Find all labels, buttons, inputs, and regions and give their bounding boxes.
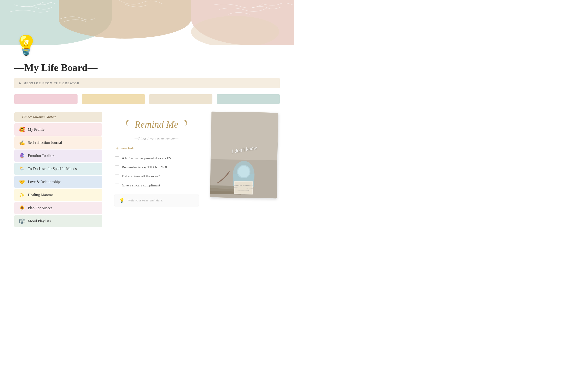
sidebar-item-plan-success[interactable]: 🌻 Plan For Succes [14,202,102,214]
guides-sidebar: —Guides towards Growth— 🥰 My Profile ✍️ … [14,112,102,228]
guides-header: —Guides towards Growth— [14,112,102,122]
sidebar-item-love-relationships[interactable]: 🤝 Love & Relationships [14,176,102,188]
remind-section: Remind Me —things I want to remember— ＋ … [109,112,204,209]
photo-interior: THE EAST ASIATIC COMPANY LTD. REFRESHMEN… [210,112,278,198]
sidebar-item-healing-mantras[interactable]: ✨ Healing Mantras [14,189,102,201]
logo-bulb-icon: 💡 [14,36,280,55]
checkbox-3[interactable] [115,175,119,178]
checklist-text-4: Give a sincere compliment [122,183,160,187]
logo-area: 💡 [0,36,294,55]
svg-rect-7 [210,186,234,189]
checklist-item-3: Did you turn off the oven? [114,172,199,181]
message-banner[interactable]: ▶ MESSAGE FROM THE CREATOR [14,78,280,88]
new-task-plus-icon: ＋ [115,145,119,151]
nav-icon-healing-mantras: ✨ [19,192,25,198]
message-banner-text: MESSAGE FROM THE CREATOR [24,82,80,85]
checkbox-2[interactable] [115,165,119,169]
color-bar-cream [149,94,212,104]
main-content: —My Life Board— ▶ MESSAGE FROM THE CREAT… [0,62,294,228]
sidebar-item-self-reflection[interactable]: ✍️ Self-reflection Journal [14,137,102,149]
checklist-item-2: Remember to say THANK YOU [114,163,199,172]
nav-label-mood-playlists: Mood Playlists [28,219,51,223]
checklist-text-2: Remember to say THANK YOU [122,165,169,169]
sidebar-item-todo-moods[interactable]: 🌦️ To-Do-Lists for Specific Moods [14,163,102,175]
nav-icon-plan-success: 🌻 [19,205,25,211]
nav-icon-my-profile: 🥰 [19,127,25,132]
staircase-scene: THE EAST ASIATIC COMPANY LTD. REFRESHMEN… [210,112,278,198]
checkbox-4[interactable] [115,184,119,187]
sidebar-item-my-profile[interactable]: 🥰 My Profile [14,123,102,136]
nav-label-my-profile: My Profile [28,127,44,132]
svg-text:Remind Me: Remind Me [134,119,178,130]
remind-title-svg: Remind Me [121,114,192,134]
reminder-footer-icon: 💡 [119,198,124,203]
new-task-label: new task [121,146,134,150]
lower-section: —Guides towards Growth— 🥰 My Profile ✍️ … [14,112,280,228]
nav-icon-todo-moods: 🌦️ [19,166,25,172]
nav-icon-self-reflection: ✍️ [19,140,25,146]
checklist-text-3: Did you turn off the oven? [122,174,159,178]
nav-label-plan-success: Plan For Succes [28,206,52,210]
nav-label-emotion-toolbox: Emotion Toolbox [28,153,54,158]
nav-label-self-reflection: Self-reflection Journal [28,141,62,145]
page-title: —My Life Board— [14,62,280,73]
color-bar-teal [217,94,280,104]
checklist-item-1: A NO is just as powerful as a YES [114,154,199,163]
reminder-footer: 💡 Write your own reminders. [114,194,199,207]
photo-frame: THE EAST ASIATIC COMPANY LTD. REFRESHMEN… [210,112,278,198]
new-task-row[interactable]: ＋ new task [114,142,199,154]
photo-area: THE EAST ASIATIC COMPANY LTD. REFRESHMEN… [211,112,280,198]
color-bar-pink [14,94,78,104]
checklist-item-4: Give a sincere compliment [114,181,199,190]
remind-subtitle: —things I want to remember— [114,137,199,141]
checkbox-1[interactable] [115,156,119,160]
sidebar-item-emotion-toolbox[interactable]: 🔮 Emotion Toolbox [14,149,102,162]
svg-rect-8 [210,188,237,192]
banner-tan [59,0,191,39]
color-bars [14,94,280,104]
nav-icon-mood-playlists: 🎼 [19,218,25,224]
nav-icon-love-relationships: 🤝 [19,179,25,185]
checklist-text-1: A NO is just as powerful as a YES [122,156,171,160]
nav-label-love-relationships: Love & Relationships [28,180,61,184]
message-banner-arrow: ▶ [19,81,21,85]
reminder-footer-text: Write your own reminders. [127,198,163,202]
nav-label-healing-mantras: Healing Mantras [28,193,53,197]
nav-label-todo-moods: To-Do-Lists for Specific Moods [28,167,77,171]
remind-title-area: Remind Me —things I want to remember— [114,114,199,141]
svg-text:AND OTHER DIVERSIONS: AND OTHER DIVERSIONS [238,190,249,191]
nav-icon-emotion-toolbox: 🔮 [19,153,25,159]
color-bar-yellow [82,94,145,104]
sidebar-item-mood-playlists[interactable]: 🎼 Mood Playlists [14,215,102,227]
